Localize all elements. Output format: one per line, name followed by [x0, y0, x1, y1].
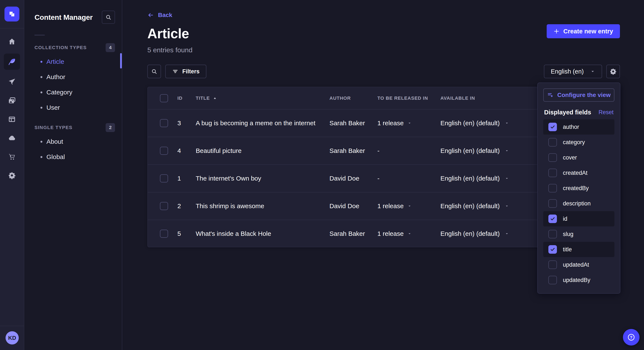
reset-link[interactable]: Reset	[598, 109, 614, 116]
field-row-id[interactable]: id	[543, 211, 614, 226]
media-library-icon[interactable]	[4, 94, 20, 107]
checkbox-unchecked-icon[interactable]	[548, 276, 557, 284]
strapi-logo-icon	[8, 10, 16, 18]
sidebar-item-article[interactable]: Article	[34, 54, 115, 69]
row-checkbox[interactable]	[160, 147, 168, 155]
cell-released: -	[377, 175, 440, 182]
available-value: English (en) (default)	[440, 120, 500, 127]
field-row-author[interactable]: author	[543, 119, 614, 135]
plus-icon	[554, 28, 560, 34]
cell-title: Beautiful picture	[196, 147, 330, 154]
locale-select[interactable]: English (en)	[544, 65, 602, 78]
checkbox-unchecked-icon[interactable]	[548, 260, 557, 269]
bullet-dot	[40, 61, 42, 63]
sort-asc-icon	[213, 96, 217, 100]
checkbox-unchecked-icon[interactable]	[548, 199, 557, 208]
search-icon	[105, 14, 112, 20]
select-all-checkbox[interactable]	[160, 94, 168, 102]
strapi-logo[interactable]	[4, 6, 20, 21]
user-avatar[interactable]: KD	[6, 331, 19, 345]
deploy-cloud-icon[interactable]	[4, 131, 20, 145]
field-row-cover[interactable]: cover	[543, 150, 614, 165]
create-new-entry-button[interactable]: Create new entry	[547, 24, 620, 38]
checkbox-unchecked-icon[interactable]	[548, 169, 557, 177]
cell-released[interactable]: 1 release	[377, 120, 440, 127]
checkbox-checked-icon[interactable]	[548, 123, 557, 131]
home-icon[interactable]	[4, 35, 20, 48]
rail-divider	[0, 326, 24, 326]
table-search-button[interactable]	[147, 65, 161, 78]
cell-id: 5	[178, 230, 196, 237]
field-row-title[interactable]: title	[543, 242, 614, 257]
filters-button[interactable]: Filters	[165, 65, 206, 78]
create-button-label: Create new entry	[563, 28, 613, 35]
view-settings-gear-button[interactable]	[606, 65, 620, 78]
field-row-description[interactable]: description	[543, 196, 614, 211]
field-row-createdat[interactable]: createdAt	[543, 165, 614, 180]
content-manager-icon[interactable]	[4, 54, 20, 70]
field-row-category[interactable]: category	[543, 135, 614, 150]
field-list: author category cover createdAt createdB…	[543, 119, 614, 288]
column-header-author[interactable]: AUTHOR	[330, 95, 377, 101]
field-row-updatedat[interactable]: updatedAt	[543, 257, 614, 272]
released-value: 1 release	[377, 202, 404, 210]
checkbox-unchecked-icon[interactable]	[548, 184, 557, 192]
field-label: author	[563, 124, 579, 130]
sidebar-item-label: About	[46, 138, 63, 145]
displayed-fields-title: Displayed fields	[544, 109, 591, 116]
available-value: English (en) (default)	[440, 175, 500, 182]
question-mark-icon: ?	[626, 333, 636, 342]
bullet-dot	[40, 141, 42, 143]
sidebar-item-global[interactable]: Global	[34, 149, 115, 165]
cell-released[interactable]: 1 release	[377, 202, 440, 210]
checkbox-unchecked-icon[interactable]	[548, 153, 557, 162]
sidebar-item-about[interactable]: About	[34, 134, 115, 149]
back-link[interactable]: Back	[147, 12, 172, 18]
checkbox-checked-icon[interactable]	[548, 214, 557, 223]
cell-id: 2	[178, 202, 196, 210]
subnav-title: Content Manager	[34, 13, 93, 21]
released-value: 1 release	[377, 230, 404, 237]
releases-icon[interactable]	[4, 75, 20, 88]
gear-icon	[610, 68, 616, 75]
row-checkbox[interactable]	[160, 174, 168, 182]
sidebar-item-label: Global	[46, 153, 65, 161]
cell-author: Sarah Baker	[330, 147, 377, 154]
field-row-updatedby[interactable]: updatedBy	[543, 272, 614, 288]
title-header-label: TITLE	[196, 95, 210, 101]
row-checkbox[interactable]	[160, 202, 168, 210]
field-label: createdBy	[563, 185, 589, 191]
cell-author: David Doe	[330, 202, 377, 210]
help-button[interactable]: ?	[623, 329, 640, 346]
row-checkbox[interactable]	[160, 230, 168, 238]
content-type-builder-icon[interactable]	[4, 113, 20, 126]
chevron-down-icon	[505, 176, 509, 180]
configure-view-button[interactable]: Configure the view	[543, 88, 614, 102]
chevron-down-icon	[408, 204, 412, 208]
collection-types-count-badge: 4	[106, 43, 115, 52]
checkbox-checked-icon[interactable]	[548, 245, 557, 254]
row-checkbox[interactable]	[160, 119, 168, 127]
collection-types-section: COLLECTION TYPES 4 Article Author Catego…	[34, 43, 115, 115]
subnav-scrollbar-thumb[interactable]	[120, 53, 122, 68]
checkbox-unchecked-icon[interactable]	[548, 138, 557, 147]
column-header-released[interactable]: TO BE RELEASED IN	[377, 95, 440, 101]
checkbox-unchecked-icon[interactable]	[548, 230, 557, 238]
logo-box	[0, 0, 24, 28]
settings-gear-icon[interactable]	[4, 169, 20, 182]
field-label: description	[563, 200, 591, 207]
filter-icon	[172, 68, 178, 75]
field-row-createdby[interactable]: createdBy	[543, 180, 614, 196]
cell-released[interactable]: 1 release	[377, 230, 440, 237]
marketplace-cart-icon[interactable]	[4, 150, 20, 163]
field-row-slug[interactable]: slug	[543, 226, 614, 242]
chevron-down-icon	[505, 121, 509, 125]
cell-author: Sarah Baker	[330, 230, 377, 237]
column-header-title[interactable]: TITLE	[196, 95, 330, 101]
sidebar-item-author[interactable]: Author	[34, 69, 115, 85]
sidebar-item-category[interactable]: Category	[34, 85, 115, 100]
sidebar-item-user[interactable]: User	[34, 100, 115, 115]
column-header-id[interactable]: ID	[178, 95, 196, 101]
cell-released: -	[377, 147, 440, 154]
subnav-search-button[interactable]	[102, 11, 115, 24]
